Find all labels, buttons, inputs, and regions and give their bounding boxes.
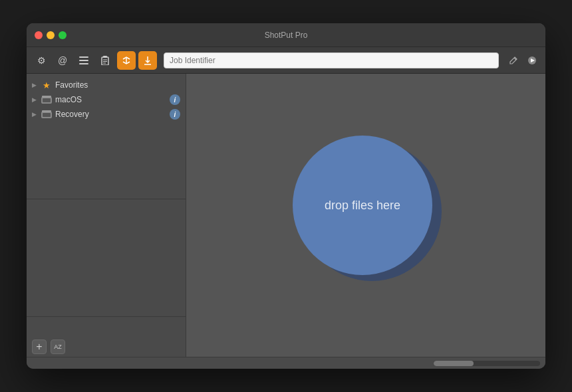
svg-rect-14 — [42, 96, 51, 98]
recovery-drive-icon — [41, 109, 52, 120]
transfer-button[interactable] — [117, 51, 136, 70]
svg-rect-4 — [103, 56, 107, 58]
svg-rect-13 — [43, 98, 51, 102]
drop-zone-text: drop files here — [325, 199, 400, 213]
email-button[interactable]: @ — [53, 51, 72, 70]
drop-zone-circle[interactable]: drop files here — [293, 136, 432, 275]
macos-info-button[interactable]: i — [170, 94, 180, 105]
recovery-info-button[interactable]: i — [170, 109, 180, 120]
sidebar-bottom-controls: + AZ — [27, 317, 186, 357]
main-content: ▶ ★ Favorites ▶ macOS i — [27, 74, 545, 357]
svg-rect-2 — [79, 63, 88, 64]
macos-drive-icon — [41, 94, 52, 105]
clipboard-button[interactable] — [96, 51, 114, 70]
start-button[interactable] — [524, 52, 540, 68]
title-bar: ShotPut Pro — [27, 23, 545, 47]
arrow-recovery: ▶ — [32, 111, 40, 118]
list-button[interactable] — [74, 51, 93, 70]
job-identifier-input[interactable] — [164, 52, 499, 68]
edit-button[interactable] — [505, 52, 521, 68]
file-tree: ▶ ★ Favorites ▶ macOS i — [27, 74, 186, 199]
right-panel: drop files here — [186, 74, 545, 357]
minimize-button[interactable] — [47, 31, 55, 39]
svg-rect-1 — [79, 60, 88, 61]
svg-rect-0 — [79, 56, 88, 58]
settings-button[interactable]: ⚙ — [32, 51, 51, 70]
sidebar-item-macos[interactable]: ▶ macOS i — [27, 92, 186, 107]
download-button[interactable] — [138, 51, 157, 70]
svg-rect-17 — [42, 110, 51, 112]
scrollbar-track[interactable] — [434, 361, 540, 366]
arrow-macos: ▶ — [32, 96, 40, 103]
app-window: ShotPut Pro ⚙ @ — [27, 23, 545, 369]
window-title: ShotPut Pro — [265, 31, 308, 40]
sidebar-item-favorites[interactable]: ▶ ★ Favorites — [27, 78, 186, 92]
favorites-label: Favorites — [55, 80, 180, 90]
add-source-button[interactable]: + — [32, 340, 47, 354]
close-button[interactable] — [35, 31, 43, 39]
recovery-label: Recovery — [55, 110, 170, 119]
sidebar-lower-area — [27, 199, 186, 316]
macos-label: macOS — [55, 95, 170, 104]
bottom-bar — [27, 357, 545, 369]
sort-button[interactable]: AZ — [51, 340, 65, 354]
scrollbar-thumb[interactable] — [434, 361, 474, 366]
toolbar: ⚙ @ — [27, 47, 545, 74]
left-panel: ▶ ★ Favorites ▶ macOS i — [27, 74, 186, 357]
drop-zone-container[interactable]: drop files here — [293, 132, 439, 278]
sidebar-item-recovery[interactable]: ▶ Recovery i — [27, 107, 186, 122]
svg-rect-16 — [43, 113, 51, 117]
maximize-button[interactable] — [59, 31, 67, 39]
arrow-favorites: ▶ — [32, 82, 40, 88]
traffic-lights — [35, 31, 67, 39]
favorites-icon: ★ — [41, 80, 52, 90]
